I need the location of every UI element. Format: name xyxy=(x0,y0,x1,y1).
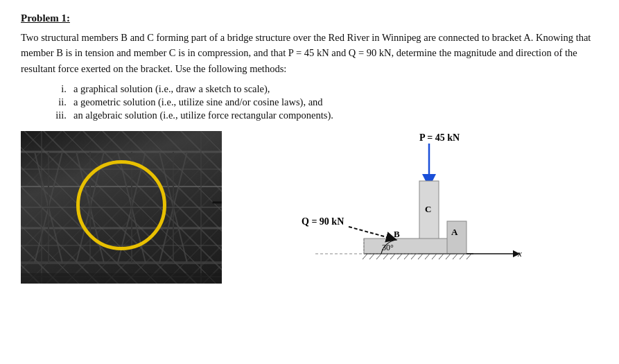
svg-line-35 xyxy=(376,254,381,259)
force-diagram: P = 45 kN xyxy=(260,131,598,291)
angle-label: 30° xyxy=(382,243,394,252)
svg-line-46 xyxy=(453,254,457,259)
c-label: C xyxy=(425,204,431,214)
svg-rect-30 xyxy=(364,239,454,254)
problem-title: Problem 1: xyxy=(21,12,598,24)
svg-line-42 xyxy=(425,254,430,259)
method-2-text: a geometric solution (i.e., utilize sine… xyxy=(73,96,323,108)
bridge-photo xyxy=(21,131,222,284)
content-row: P = 45 kN xyxy=(21,131,598,291)
method-1-text: a graphical solution (i.e., draw a sketc… xyxy=(73,83,270,95)
svg-line-44 xyxy=(439,254,444,259)
svg-line-38 xyxy=(397,254,402,259)
diagram-svg: P = 45 kN xyxy=(260,131,523,291)
methods-list: i. a graphical solution (i.e., draw a sk… xyxy=(47,83,598,121)
method-3-text: an algebraic solution (i.e., utilize for… xyxy=(73,110,333,121)
photo-arrow xyxy=(209,192,222,213)
svg-line-39 xyxy=(404,254,409,259)
svg-line-37 xyxy=(390,254,395,259)
svg-line-47 xyxy=(460,254,464,259)
svg-line-48 xyxy=(467,254,471,259)
svg-line-40 xyxy=(411,254,416,259)
method-1-num: i. xyxy=(47,83,73,95)
svg-line-45 xyxy=(446,254,451,259)
p-label: P = 45 kN xyxy=(419,132,460,143)
method-2-num: ii. xyxy=(47,96,73,108)
svg-line-34 xyxy=(369,254,374,259)
q-label: Q = 90 kN xyxy=(302,216,344,227)
method-3-num: iii. xyxy=(47,110,73,121)
b-label: B xyxy=(394,229,400,239)
problem-text: Two structural members B and C forming p… xyxy=(21,30,598,76)
method-2: ii. a geometric solution (i.e., utilize … xyxy=(47,96,598,108)
x-axis-label: x xyxy=(517,248,522,259)
svg-line-36 xyxy=(383,254,388,259)
svg-line-41 xyxy=(418,254,423,259)
svg-line-49 xyxy=(349,227,392,239)
svg-line-43 xyxy=(432,254,437,259)
svg-line-33 xyxy=(363,254,367,259)
a-label: A xyxy=(451,227,458,237)
highlight-circle xyxy=(76,160,166,250)
svg-rect-20 xyxy=(21,273,222,284)
method-1: i. a graphical solution (i.e., draw a sk… xyxy=(47,83,598,95)
method-3: iii. an algebraic solution (i.e., utiliz… xyxy=(47,110,598,121)
